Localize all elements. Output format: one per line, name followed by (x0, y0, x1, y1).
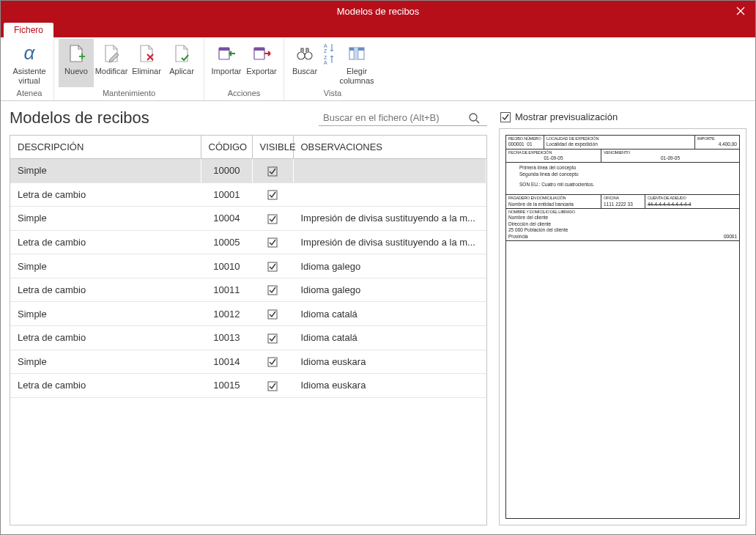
titlebar: Modelos de recibos (1, 1, 755, 21)
cell-visible[interactable] (252, 254, 293, 278)
cell-observaciones: Idioma galego (293, 254, 486, 278)
alpha-icon: α (18, 42, 41, 65)
cell-visible[interactable] (252, 325, 293, 350)
cell-observaciones (293, 182, 486, 207)
elegir-columnas-label: Elegir columnas (339, 67, 374, 86)
sort-icon: AZ ZA (322, 42, 336, 65)
eliminar-button[interactable]: Eliminar (129, 39, 164, 87)
exportar-button[interactable]: Exportar (244, 39, 279, 87)
cell-observaciones: Impresión de divisa sustituyendo a la m.… (293, 230, 486, 254)
table-row[interactable]: Letra de cambio10005Impresión de divisa … (10, 230, 486, 254)
cell-visible[interactable] (252, 182, 293, 207)
group-acciones-label: Acciones (228, 87, 261, 100)
table-row[interactable]: Simple10004Impresión de divisa sustituye… (10, 207, 486, 231)
checkbox-icon (500, 112, 511, 122)
cell-visible[interactable] (252, 230, 293, 254)
export-icon (250, 42, 273, 65)
svg-rect-4 (254, 48, 264, 51)
ribbon: α Asistente virtual Atenea Nuevo Modific… (1, 37, 755, 101)
table-row[interactable]: Simple10014Idioma euskara (10, 350, 486, 374)
eliminar-label: Eliminar (132, 67, 161, 86)
edit-document-icon (100, 42, 123, 65)
table-row[interactable]: Simple10012Idioma catalá (10, 302, 486, 326)
svg-point-14 (470, 114, 477, 121)
svg-point-6 (305, 52, 312, 59)
cell-observaciones: Idioma catalá (293, 302, 486, 326)
svg-rect-22 (268, 334, 277, 343)
cell-visible[interactable] (252, 374, 293, 398)
col-visible[interactable]: VISIBLE (252, 136, 293, 159)
group-atenea-label: Atenea (17, 87, 42, 100)
buscar-button[interactable]: Buscar (289, 39, 321, 87)
cell-descripcion: Letra de cambio (10, 374, 201, 398)
cell-codigo: 10014 (201, 350, 252, 374)
aplicar-button[interactable]: Aplicar (164, 39, 199, 87)
search-box[interactable] (319, 110, 487, 126)
nuevo-button[interactable]: Nuevo (59, 39, 94, 87)
delete-document-icon (135, 42, 158, 65)
svg-text:A: A (324, 60, 327, 64)
close-icon (736, 7, 745, 15)
cell-codigo: 10010 (201, 254, 252, 278)
svg-rect-23 (268, 358, 277, 366)
cell-descripcion: Letra de cambio (10, 182, 201, 207)
table-row[interactable]: Simple10000 (10, 159, 486, 183)
sort-button[interactable]: AZ ZA (321, 39, 337, 87)
svg-rect-24 (268, 382, 277, 391)
preview-toggle-label: Mostrar previsualización (515, 111, 618, 122)
svg-rect-19 (268, 262, 277, 271)
cell-descripcion: Simple (10, 254, 201, 278)
svg-rect-15 (268, 167, 277, 176)
cell-codigo: 10001 (201, 182, 252, 207)
group-vista-label: Vista (324, 87, 341, 100)
cell-visible[interactable] (252, 350, 293, 374)
search-input[interactable] (322, 111, 468, 124)
col-codigo[interactable]: CÓDIGO (201, 136, 252, 159)
elegir-columnas-button[interactable]: Elegir columnas (337, 39, 377, 87)
close-button[interactable] (726, 1, 755, 21)
cell-observaciones: Idioma euskara (293, 350, 486, 374)
buscar-label: Buscar (292, 67, 317, 86)
table-row[interactable]: Letra de cambio10015Idioma euskara (10, 374, 486, 398)
tabstrip: Fichero (1, 21, 755, 37)
cell-codigo: 10000 (201, 159, 252, 183)
cell-descripcion: Simple (10, 302, 201, 326)
cell-observaciones: Idioma catalá (293, 325, 486, 350)
svg-rect-20 (268, 286, 277, 295)
importar-button[interactable]: Importar (209, 39, 244, 87)
nuevo-label: Nuevo (64, 67, 88, 86)
col-observaciones[interactable]: OBSERVACIONES (293, 136, 486, 159)
tab-fichero[interactable]: Fichero (4, 23, 53, 37)
cell-observaciones: Idioma euskara (293, 374, 486, 398)
table-row[interactable]: Simple10010Idioma galego (10, 254, 486, 278)
cell-visible[interactable] (252, 302, 293, 326)
search-icon (468, 112, 480, 124)
page-title: Modelos de recibos (10, 108, 149, 128)
cell-descripcion: Simple (10, 207, 201, 231)
table-row[interactable]: Letra de cambio10001 (10, 182, 486, 207)
modificar-button[interactable]: Modificar (94, 39, 129, 87)
cell-codigo: 10013 (201, 325, 252, 350)
data-grid[interactable]: DESCRIPCIÓN CÓDIGO VISIBLE OBSERVACIONES… (10, 135, 487, 525)
table-row[interactable]: Letra de cambio10011Idioma galego (10, 278, 486, 302)
col-descripcion[interactable]: DESCRIPCIÓN (10, 136, 201, 159)
cell-visible[interactable] (252, 159, 293, 183)
preview-toggle[interactable]: Mostrar previsualización (499, 108, 746, 128)
importar-label: Importar (212, 67, 242, 86)
cell-observaciones: Impresión de divisa sustituyendo a la m.… (293, 207, 486, 231)
table-row[interactable]: Letra de cambio10013Idioma catalá (10, 325, 486, 350)
cell-visible[interactable] (252, 207, 293, 231)
asistente-virtual-button[interactable]: α Asistente virtual (10, 39, 49, 87)
binoculars-icon (293, 42, 316, 65)
svg-point-5 (297, 52, 305, 59)
svg-rect-17 (268, 215, 277, 224)
cell-visible[interactable] (252, 278, 293, 302)
apply-document-icon (170, 42, 193, 65)
cell-codigo: 10012 (201, 302, 252, 326)
cell-codigo: 10005 (201, 230, 252, 254)
cell-observaciones: Idioma galego (293, 278, 486, 302)
cell-descripcion: Simple (10, 350, 201, 374)
svg-text:Z: Z (324, 55, 327, 60)
svg-rect-18 (268, 238, 277, 247)
cell-descripcion: Letra de cambio (10, 325, 201, 350)
